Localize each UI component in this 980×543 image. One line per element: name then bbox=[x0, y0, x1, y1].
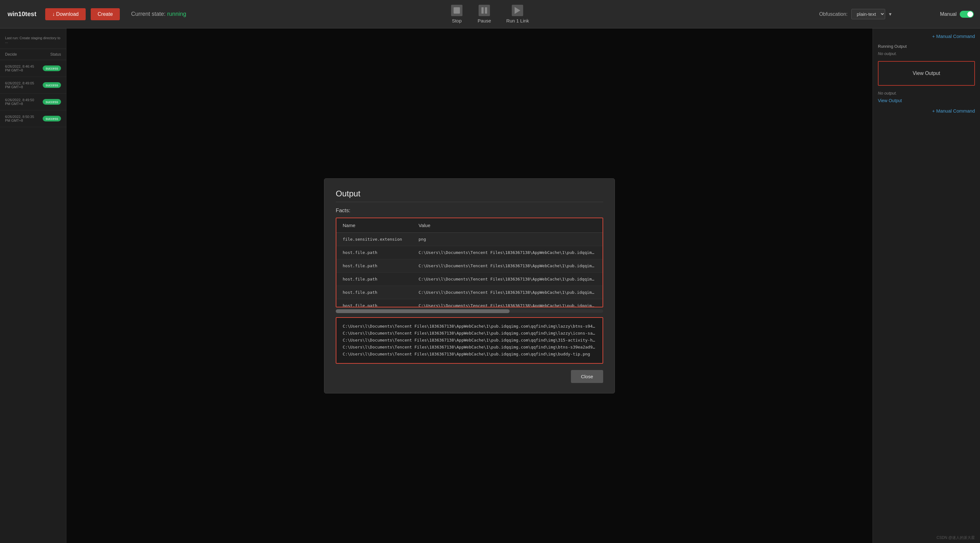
facts-name-0: file.sensitive.extension bbox=[343, 237, 418, 242]
facts-row-4: host.file.path C:\Users\l\Documents\Tenc… bbox=[336, 286, 603, 299]
facts-table: Name Value file.sensitive.extension png … bbox=[336, 218, 603, 307]
output-path-0: C:\Users\l\Documents\Tencent Files\18363… bbox=[343, 323, 596, 330]
no-output-1: No output. bbox=[878, 51, 975, 56]
sidebar-status-3: success bbox=[43, 116, 61, 121]
run-output-section-1: Running Output No output. bbox=[878, 44, 975, 56]
modal-footer: Close bbox=[336, 370, 603, 383]
run1link-button[interactable]: Run 1 Link bbox=[506, 5, 529, 24]
facts-name-1: host.file.path bbox=[343, 250, 418, 255]
close-button[interactable]: Close bbox=[571, 370, 603, 383]
facts-value-0: png bbox=[418, 237, 596, 242]
sidebar-section-header: Decide Status bbox=[0, 49, 66, 60]
no-output-2: No output. bbox=[878, 91, 975, 96]
run-output-label: Running Output bbox=[878, 44, 975, 49]
sidebar-date-1: 6/26/2022, 8:49:05PM GMT+8 bbox=[5, 81, 34, 89]
facts-name-5: host.file.path bbox=[343, 303, 418, 307]
horizontal-scrollbar[interactable] bbox=[336, 309, 603, 313]
col-header-name: Name bbox=[343, 223, 418, 228]
facts-name-2: host.file.path bbox=[343, 263, 418, 268]
facts-value-4: C:\Users\l\Documents\Tencent Files\18363… bbox=[418, 290, 596, 295]
app-title: win10test bbox=[8, 10, 37, 18]
pause-icon-shape bbox=[482, 7, 487, 14]
output-path-4: C:\Users\l\Documents\Tencent Files\18363… bbox=[343, 351, 596, 358]
sidebar-status-2: success bbox=[43, 99, 61, 105]
facts-row-1: host.file.path C:\Users\l\Documents\Tenc… bbox=[336, 246, 603, 260]
output-path-1: C:\Users\l\Documents\Tencent Files\18363… bbox=[343, 330, 596, 337]
facts-name-4: host.file.path bbox=[343, 290, 418, 295]
facts-row-5: host.file.path C:\Users\l\Documents\Tenc… bbox=[336, 299, 603, 307]
sidebar-item-1[interactable]: 6/26/2022, 8:49:05PM GMT+8 success bbox=[0, 77, 66, 94]
facts-row-0: file.sensitive.extension png bbox=[336, 233, 603, 246]
sidebar-last-run: Last run: Create staging directory to ..… bbox=[0, 33, 66, 49]
sidebar-date-2: 6/26/2022, 8:49:50PM GMT+8 bbox=[5, 98, 34, 106]
facts-value-2: C:\Users\l\Documents\Tencent Files\18363… bbox=[418, 263, 596, 268]
facts-row-2: host.file.path C:\Users\l\Documents\Tenc… bbox=[336, 260, 603, 272]
run-icon bbox=[512, 5, 523, 16]
manual-command-bottom-button[interactable]: + Manual Command bbox=[932, 108, 975, 113]
output-modal: Output Facts: Name Value file.sensitive.… bbox=[324, 178, 615, 393]
top-bar: win10test ↓ Download Create Current stat… bbox=[0, 0, 980, 29]
facts-row-3: host.file.path C:\Users\l\Documents\Tenc… bbox=[336, 272, 603, 286]
download-button[interactable]: ↓ Download bbox=[45, 8, 86, 20]
manual-toggle-switch[interactable] bbox=[960, 11, 974, 18]
sidebar-status-0: success bbox=[43, 65, 61, 71]
manual-label: Manual bbox=[940, 11, 957, 17]
pause-button[interactable]: Pause bbox=[478, 5, 491, 24]
view-output-plain-button[interactable]: View Output bbox=[878, 98, 975, 103]
modal-divider bbox=[336, 202, 603, 202]
obfuscation-label: Obfuscation: bbox=[819, 11, 848, 17]
output-path-2: C:\Users\l\Documents\Tencent Files\18363… bbox=[343, 337, 596, 344]
stop-icon bbox=[451, 5, 463, 16]
sidebar-decide-header: Decide bbox=[5, 52, 17, 57]
stop-button[interactable]: Stop bbox=[451, 5, 463, 24]
facts-name-3: host.file.path bbox=[343, 277, 418, 282]
facts-table-header: Name Value bbox=[336, 218, 603, 233]
run-output-section-2: No output. View Output bbox=[878, 91, 975, 103]
sidebar: Last run: Create staging directory to ..… bbox=[0, 29, 67, 543]
right-panel: + Manual Command Running Output No outpu… bbox=[872, 29, 980, 543]
output-path-3: C:\Users\l\Documents\Tencent Files\18363… bbox=[343, 344, 596, 351]
view-output-button[interactable]: View Output bbox=[878, 61, 975, 86]
toolbar-center: Stop Pause Run 1 Link bbox=[451, 5, 529, 24]
manual-command-top-button[interactable]: + Manual Command bbox=[932, 33, 975, 39]
scrollbar-thumb bbox=[336, 309, 510, 313]
modal-title: Output bbox=[336, 189, 603, 199]
obfuscation-select[interactable]: plain-text base64 bbox=[851, 9, 885, 19]
chevron-down-icon: ▾ bbox=[889, 11, 891, 17]
watermark: CSDN @迷人的派大星 bbox=[936, 535, 975, 540]
stop-icon-shape bbox=[453, 7, 460, 14]
facts-value-5: C:\Users\l\Documents\Tencent Files\18363… bbox=[418, 303, 596, 307]
facts-value-3: C:\Users\l\Documents\Tencent Files\18363… bbox=[418, 277, 596, 282]
create-button[interactable]: Create bbox=[91, 8, 120, 20]
sidebar-item-2[interactable]: 6/26/2022, 8:49:50PM GMT+8 success bbox=[0, 94, 66, 110]
current-state-label: Current state: running bbox=[131, 11, 186, 18]
manual-toggle-area: Manual bbox=[940, 11, 974, 18]
sidebar-status-1: success bbox=[43, 82, 61, 88]
output-text-area: C:\Users\l\Documents\Tencent Files\18363… bbox=[336, 317, 603, 363]
run-icon-shape bbox=[515, 7, 520, 14]
state-value: running bbox=[167, 11, 186, 17]
facts-label: Facts: bbox=[336, 207, 603, 214]
sidebar-item-3[interactable]: 6/26/2022, 8:50:35PM GMT+8 success bbox=[0, 110, 66, 127]
content-area: Output Facts: Name Value file.sensitive.… bbox=[67, 29, 872, 543]
sidebar-date-3: 6/26/2022, 8:50:35PM GMT+8 bbox=[5, 115, 34, 123]
facts-value-1: C:\Users\l\Documents\Tencent Files\18363… bbox=[418, 250, 596, 255]
main-layout: Last run: Create staging directory to ..… bbox=[0, 29, 980, 543]
sidebar-status-header: Status bbox=[50, 52, 61, 57]
sidebar-item-0[interactable]: 6/26/2022, 8:46:45PM GMT+8 success bbox=[0, 60, 66, 77]
sidebar-date-0: 6/26/2022, 8:46:45PM GMT+8 bbox=[5, 65, 34, 72]
modal-overlay: Output Facts: Name Value file.sensitive.… bbox=[67, 29, 872, 543]
col-header-value: Value bbox=[418, 223, 596, 228]
obfuscation-area: Obfuscation: plain-text base64 ▾ bbox=[819, 9, 891, 19]
pause-icon bbox=[479, 5, 490, 16]
